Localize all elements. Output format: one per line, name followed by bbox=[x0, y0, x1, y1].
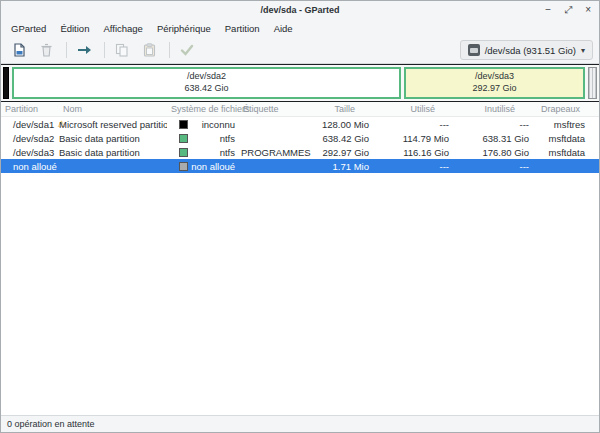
segment-size: 638.42 Gio bbox=[185, 83, 229, 95]
partition-name: /dev/sda3 bbox=[13, 147, 54, 158]
partition-unused: --- bbox=[451, 161, 531, 172]
partition-table-header: Partition Nom Système de fichiers Étique… bbox=[1, 102, 599, 117]
segment-size: 292.97 Gio bbox=[473, 83, 517, 95]
resize-move-button[interactable] bbox=[72, 40, 96, 61]
menu-affichage[interactable]: Affichage bbox=[96, 21, 149, 36]
trash-icon bbox=[40, 43, 53, 57]
table-row-sda1[interactable]: /dev/sda1 ⚠ Microsoft reserved partition… bbox=[1, 117, 599, 131]
device-selector-label: /dev/sda (931.51 Gio) bbox=[485, 45, 576, 56]
filesystem-name: ntfs bbox=[220, 133, 235, 144]
filesystem-name: inconnu bbox=[202, 119, 235, 130]
partition-flags: msftres bbox=[531, 119, 599, 130]
minimize-icon[interactable]: − bbox=[545, 5, 551, 15]
chevron-down-icon: ▾ bbox=[581, 46, 585, 55]
device-selector[interactable]: /dev/sda (931.51 Gio) ▾ bbox=[460, 40, 593, 60]
column-header-partition[interactable]: Partition bbox=[1, 104, 59, 114]
partition-flags: msftdata bbox=[531, 147, 599, 158]
menu-aide[interactable]: Aide bbox=[267, 21, 300, 36]
menu-edition[interactable]: Édition bbox=[53, 21, 96, 36]
pending-operations-text: 0 opération en attente bbox=[7, 419, 95, 429]
table-row-sda2[interactable]: /dev/sda2 Basic data partition ntfs 638.… bbox=[1, 131, 599, 145]
harddisk-icon bbox=[468, 44, 480, 56]
partition-unused: --- bbox=[451, 119, 531, 130]
toolbar-separator bbox=[169, 42, 170, 58]
partition-flags: msftdata bbox=[531, 133, 599, 144]
partition-used: 116.16 Gio bbox=[371, 147, 451, 158]
new-partition-button[interactable] bbox=[7, 40, 31, 61]
close-icon[interactable]: × bbox=[585, 5, 591, 15]
diskmap-segment-unallocated[interactable] bbox=[588, 67, 597, 99]
titlebar: /dev/sda - GParted − ⤢ × bbox=[1, 1, 599, 19]
filesystem-color-swatch bbox=[179, 134, 188, 143]
partition-size: 292.97 Gio bbox=[303, 147, 371, 158]
partition-unused: 176.80 Gio bbox=[451, 147, 531, 158]
maximize-icon[interactable]: ⤢ bbox=[564, 5, 572, 15]
toolbar-separator bbox=[66, 42, 67, 58]
menu-peripherique[interactable]: Périphérique bbox=[150, 21, 218, 36]
paste-icon bbox=[143, 43, 156, 57]
check-icon bbox=[180, 44, 194, 56]
new-document-icon bbox=[13, 43, 26, 57]
partition-size: 638.42 Gio bbox=[303, 133, 371, 144]
column-header-inutilise[interactable]: Inutilisé bbox=[451, 104, 531, 114]
resize-arrow-icon bbox=[77, 44, 92, 56]
apply-button[interactable] bbox=[175, 40, 199, 61]
filesystem-name: non alloué bbox=[191, 161, 235, 172]
partition-name: non alloué bbox=[13, 161, 57, 172]
partition-used: --- bbox=[371, 161, 451, 172]
copy-button[interactable] bbox=[110, 40, 134, 61]
toolbar: /dev/sda (931.51 Gio) ▾ bbox=[1, 37, 599, 64]
menubar: GParted Édition Affichage Périphérique P… bbox=[1, 19, 599, 37]
table-empty-area bbox=[1, 173, 599, 415]
menu-partition[interactable]: Partition bbox=[218, 21, 267, 36]
filesystem-color-swatch bbox=[179, 120, 188, 129]
partition-unused: 638.31 Gio bbox=[451, 133, 531, 144]
table-row-unallocated[interactable]: non alloué non alloué 1.71 Mio --- --- bbox=[1, 159, 599, 173]
partition-size: 128.00 Mio bbox=[303, 119, 371, 130]
column-header-utilise[interactable]: Utilisé bbox=[371, 104, 451, 114]
filesystem-color-swatch bbox=[179, 162, 188, 171]
window-title: /dev/sda - GParted bbox=[260, 5, 339, 15]
filesystem-name: ntfs bbox=[220, 147, 235, 158]
column-header-systeme[interactable]: Système de fichiers bbox=[167, 104, 239, 114]
partition-name: /dev/sda2 bbox=[13, 133, 54, 144]
partition-name: /dev/sda1 bbox=[13, 119, 54, 130]
disk-visual-map: /dev/sda2 638.42 Gio /dev/sda3 292.97 Gi… bbox=[1, 64, 599, 102]
delete-partition-button[interactable] bbox=[34, 40, 58, 61]
diskmap-segment-sda1[interactable] bbox=[3, 67, 9, 99]
column-header-etiquette[interactable]: Étiquette bbox=[239, 104, 303, 114]
segment-name: /dev/sda2 bbox=[187, 71, 226, 83]
statusbar: 0 opération en attente bbox=[1, 415, 599, 432]
diskmap-segment-sda3[interactable]: /dev/sda3 292.97 Gio bbox=[404, 67, 585, 99]
partition-used: --- bbox=[371, 119, 451, 130]
filesystem-color-swatch bbox=[179, 148, 188, 157]
column-header-drapeaux[interactable]: Drapeaux bbox=[531, 104, 599, 114]
partition-label: Basic data partition bbox=[59, 147, 167, 158]
paste-button[interactable] bbox=[137, 40, 161, 61]
partition-used: 114.79 Mio bbox=[371, 133, 451, 144]
table-row-sda3[interactable]: /dev/sda3 Basic data partition ntfs PROG… bbox=[1, 145, 599, 159]
diskmap-segment-sda2[interactable]: /dev/sda2 638.42 Gio bbox=[12, 67, 401, 99]
segment-name: /dev/sda3 bbox=[475, 71, 514, 83]
partition-size: 1.71 Mio bbox=[303, 161, 371, 172]
partition-label: Microsoft reserved partition bbox=[59, 119, 167, 130]
column-header-nom[interactable]: Nom bbox=[59, 104, 167, 114]
partition-label: Basic data partition bbox=[59, 133, 167, 144]
toolbar-separator bbox=[104, 42, 105, 58]
partition-etiquette: PROGRAMMES bbox=[239, 147, 303, 158]
column-header-taille[interactable]: Taille bbox=[303, 104, 371, 114]
menu-gparted[interactable]: GParted bbox=[4, 21, 53, 36]
window-controls: − ⤢ × bbox=[545, 1, 591, 19]
copy-icon bbox=[115, 43, 129, 57]
